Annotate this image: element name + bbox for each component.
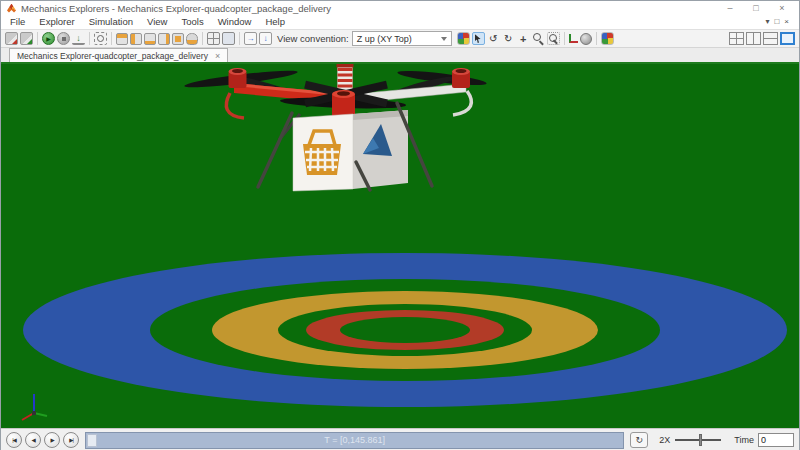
zoom-to-fit-icon[interactable] bbox=[94, 32, 107, 45]
view-convention-dropdown[interactable]: Z up (XY Top) bbox=[352, 31, 452, 46]
show-com-icon[interactable] bbox=[580, 33, 592, 45]
toolbar-layout-icons bbox=[728, 32, 796, 45]
toolbar: ▶↓→↓ View convention: Z up (XY Top) ↺↻+ bbox=[1, 29, 799, 48]
pointer-tool-icon[interactable] bbox=[472, 32, 485, 45]
view-convention-label: View convention: bbox=[277, 33, 349, 44]
load-explorer-config-icon[interactable] bbox=[20, 32, 33, 45]
menu-item[interactable]: Explorer bbox=[32, 15, 81, 29]
menu-item[interactable]: View bbox=[140, 15, 174, 29]
chevron-down-icon bbox=[441, 37, 447, 41]
landing-target bbox=[23, 253, 787, 407]
time-control: Time bbox=[734, 433, 794, 447]
window-controls: –□× bbox=[717, 2, 795, 15]
split-view-grid-icon[interactable] bbox=[207, 32, 220, 45]
view-isometric-icon[interactable] bbox=[116, 33, 128, 45]
step-forward-button[interactable]: ▶| bbox=[63, 432, 79, 448]
show-frames-icon[interactable] bbox=[569, 34, 578, 43]
visual-settings-icon[interactable] bbox=[601, 32, 614, 45]
step-icon[interactable]: ↓ bbox=[72, 33, 85, 45]
rotor-mast bbox=[337, 64, 354, 90]
layout-four-pane-icon[interactable] bbox=[729, 32, 744, 45]
menu-bar: FileExplorerSimulationViewToolsWindowHel… bbox=[1, 15, 799, 29]
view-convention-value: Z up (XY Top) bbox=[357, 34, 412, 44]
view-back-icon[interactable] bbox=[172, 33, 184, 45]
time-range-label: T = [0,145.861] bbox=[86, 435, 623, 445]
tab-close-icon[interactable]: × bbox=[215, 51, 220, 61]
orbit-tool-icon[interactable]: ↺ bbox=[487, 32, 500, 45]
tab-label: Mechanics Explorer-quadcopter_package_de… bbox=[17, 51, 208, 61]
speed-slider-handle[interactable] bbox=[699, 434, 702, 446]
render-settings-icon[interactable] bbox=[457, 32, 470, 45]
left-motor-hub bbox=[229, 68, 247, 88]
layout-two-horizontal-icon[interactable] bbox=[763, 32, 778, 45]
play-button[interactable]: ▶ bbox=[44, 432, 60, 448]
matlab-logo-icon bbox=[7, 4, 16, 13]
child-window-controls: ▾□× bbox=[765, 17, 797, 27]
layout-two-vertical-icon[interactable] bbox=[746, 32, 761, 45]
layout-single-pane-icon[interactable] bbox=[780, 32, 795, 45]
toolbar-right-icons: ↺↻+ bbox=[456, 32, 615, 45]
timeline-scrubber[interactable]: T = [0,145.861] bbox=[85, 432, 624, 449]
play-icon[interactable]: ▶ bbox=[42, 32, 55, 45]
undock-icon[interactable]: □ bbox=[774, 17, 779, 27]
view-front-icon[interactable] bbox=[130, 33, 142, 45]
viewport-3d[interactable] bbox=[1, 64, 799, 428]
menu-item[interactable]: File bbox=[3, 15, 32, 29]
menu-item[interactable]: Tools bbox=[174, 15, 210, 29]
right-motor-hub bbox=[452, 68, 470, 88]
close-child-icon[interactable]: × bbox=[784, 17, 789, 27]
close-button[interactable]: × bbox=[769, 2, 795, 15]
menu-items: FileExplorerSimulationViewToolsWindowHel… bbox=[3, 15, 292, 29]
save-explorer-config-icon[interactable] bbox=[5, 32, 18, 45]
time-label: Time bbox=[734, 435, 754, 445]
tab-mechanics-explorer[interactable]: Mechanics Explorer-quadcopter_package_de… bbox=[9, 48, 228, 62]
menu-item[interactable]: Simulation bbox=[82, 15, 140, 29]
toolbar-left-icons: ▶↓→↓ bbox=[4, 32, 273, 45]
pan-tool-icon[interactable]: + bbox=[517, 32, 530, 45]
speed-control: 2X bbox=[659, 433, 721, 447]
step-back-button[interactable]: ◀ bbox=[25, 432, 41, 448]
go-to-start-button[interactable]: |◀ bbox=[6, 432, 22, 448]
menu-item[interactable]: Help bbox=[258, 15, 292, 29]
camera-down-icon[interactable]: ↓ bbox=[259, 32, 272, 45]
rotate-tool-icon[interactable]: ↻ bbox=[502, 32, 515, 45]
mechanics-explorer-window: Mechanics Explorers - Mechanics Explorer… bbox=[0, 0, 800, 450]
stop-icon[interactable] bbox=[57, 32, 70, 45]
playback-bar: |◀◀▶▶| T = [0,145.861] ↻ 2X Time bbox=[1, 428, 799, 450]
speed-slider[interactable] bbox=[675, 433, 721, 447]
playback-buttons: |◀◀▶▶| bbox=[6, 432, 79, 448]
time-input[interactable] bbox=[758, 433, 794, 447]
speed-label: 2X bbox=[659, 435, 670, 445]
zoom-region-tool-icon[interactable] bbox=[547, 32, 560, 45]
menu-item[interactable]: Window bbox=[211, 15, 259, 29]
minimize-button[interactable]: – bbox=[717, 2, 743, 15]
maximize-button[interactable]: □ bbox=[743, 2, 769, 15]
tab-bar: Mechanics Explorer-quadcopter_package_de… bbox=[1, 48, 799, 64]
view-side-icon[interactable] bbox=[158, 33, 170, 45]
viewport-scene bbox=[1, 64, 799, 428]
view-custom-icon[interactable] bbox=[186, 33, 198, 45]
loop-playback-button[interactable]: ↻ bbox=[630, 432, 648, 448]
window-title: Mechanics Explorers - Mechanics Explorer… bbox=[21, 3, 331, 14]
dock-icon[interactable]: ▾ bbox=[765, 17, 769, 27]
camera-forward-icon[interactable]: → bbox=[244, 32, 257, 45]
zoom-tool-icon[interactable] bbox=[532, 32, 545, 45]
single-view-icon[interactable] bbox=[222, 32, 235, 45]
view-top-icon[interactable] bbox=[144, 33, 156, 45]
title-bar: Mechanics Explorers - Mechanics Explorer… bbox=[1, 1, 799, 15]
